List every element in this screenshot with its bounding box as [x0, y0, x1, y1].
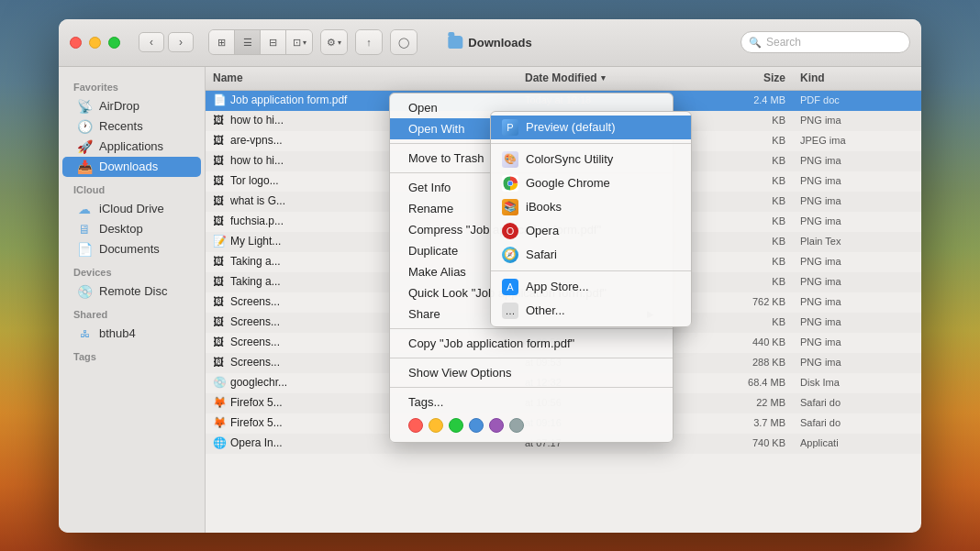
- file-icon: 🖼: [213, 114, 226, 127]
- file-icon: 🖼: [213, 315, 226, 328]
- sidebar-item-recents[interactable]: 🕐 Recents: [62, 116, 201, 137]
- file-list-header: Name Date Modified ▾ Size Kind: [206, 67, 921, 91]
- sidebar-label-airdrop: AirDrop: [99, 99, 139, 113]
- sidebar-item-icloud-drive[interactable]: ☁ iCloud Drive: [62, 199, 201, 219]
- col-header-date[interactable]: Date Modified ▾: [525, 72, 708, 84]
- view-list-button[interactable]: ☰: [235, 30, 261, 54]
- content-area: Favorites 📡 AirDrop 🕐 Recents 🚀 Applicat…: [59, 67, 921, 533]
- safari-app-icon: 🧭: [502, 247, 518, 263]
- submenu-opera[interactable]: O Opera: [491, 219, 691, 243]
- sort-arrow: ▾: [601, 73, 606, 83]
- view-icons-button[interactable]: ⊞: [209, 30, 235, 54]
- cover-flow-icon: ⊡: [293, 37, 301, 49]
- open-with-submenu: P Preview (default) 🎨 ColorSync Utility: [490, 111, 692, 327]
- share-icon: ↑: [366, 37, 372, 48]
- actions-button[interactable]: ⚙ ▾: [321, 30, 347, 54]
- sidebar-item-documents[interactable]: 📄 Documents: [62, 239, 201, 259]
- sidebar-label-bthub4: bthub4: [99, 326, 136, 340]
- col-header-kind[interactable]: Kind: [800, 72, 914, 84]
- ibooks-app-icon: 📚: [502, 199, 518, 215]
- submenu-other[interactable]: … Other...: [491, 299, 691, 323]
- file-icon: 📝: [213, 235, 226, 248]
- documents-icon: 📄: [77, 242, 92, 257]
- tag-button[interactable]: ◯: [391, 30, 417, 54]
- colorsync-app-icon: 🎨: [502, 151, 518, 168]
- file-icon: 🖼: [213, 194, 226, 207]
- file-icon: 🖼: [213, 215, 226, 227]
- submenu-app-store[interactable]: A App Store...: [491, 275, 691, 299]
- close-button[interactable]: [70, 37, 82, 49]
- search-icon: 🔍: [749, 37, 762, 49]
- sidebar-item-downloads[interactable]: 📥 Downloads: [62, 157, 201, 177]
- forward-button[interactable]: ›: [168, 32, 194, 52]
- tag-green[interactable]: [449, 418, 463, 433]
- sidebar-section-shared: Shared: [59, 302, 205, 324]
- maximize-button[interactable]: [108, 37, 120, 49]
- tag-purple[interactable]: [489, 418, 504, 433]
- cm-copy[interactable]: Copy "Job application form.pdf": [390, 333, 673, 354]
- sidebar-section-icloud: iCloud: [59, 177, 205, 199]
- gear-icon: ⚙: [327, 37, 336, 49]
- cm-separator-3: [390, 328, 673, 329]
- tag-icon: ◯: [398, 37, 409, 49]
- window-title: Downloads: [468, 36, 531, 50]
- cm-tags[interactable]: Tags...: [390, 391, 673, 413]
- traffic-lights: [70, 37, 120, 49]
- sidebar-item-airdrop[interactable]: 📡 AirDrop: [62, 96, 201, 116]
- opera-app-icon: O: [502, 223, 518, 239]
- col-header-name[interactable]: Name: [213, 72, 525, 84]
- sidebar-item-desktop[interactable]: 🖥 Desktop: [62, 219, 201, 239]
- sidebar-label-remote-disc: Remote Disc: [99, 284, 167, 298]
- submenu-ibooks[interactable]: 📚 iBooks: [491, 195, 691, 219]
- file-icon: 🖼: [213, 275, 226, 288]
- submenu-colorsync[interactable]: 🎨 ColorSync Utility: [491, 148, 691, 171]
- tag-gray[interactable]: [509, 418, 524, 433]
- file-kind: PDF doc: [800, 94, 914, 105]
- sidebar-item-remote-disc[interactable]: 💿 Remote Disc: [62, 281, 201, 302]
- file-icon: 🖼: [213, 295, 226, 308]
- titlebar: ‹ › ⊞ ☰ ⊟ ⊡ ▾ ⚙ ▾: [59, 19, 921, 67]
- minimize-button[interactable]: [89, 37, 101, 49]
- col-header-size[interactable]: Size: [708, 72, 800, 84]
- tag-red[interactable]: [408, 418, 423, 433]
- sidebar-section-tags: Tags: [59, 344, 205, 366]
- submenu-preview[interactable]: P Preview (default): [491, 116, 691, 139]
- sidebar-section-devices: Devices: [59, 259, 205, 281]
- file-size: 2.4 MB: [708, 94, 800, 105]
- cm-separator-5: [390, 387, 673, 388]
- sidebar-label-recents: Recents: [99, 119, 143, 133]
- file-icon: 💿: [213, 376, 226, 389]
- tag-group: ◯: [390, 29, 418, 55]
- sidebar-label-downloads: Downloads: [99, 160, 158, 173]
- sidebar-item-bthub4[interactable]: 🖧 bthub4: [62, 324, 201, 344]
- nav-controls: ‹ ›: [139, 32, 194, 52]
- submenu-safari[interactable]: 🧭 Safari: [491, 243, 691, 267]
- cm-show-view-options[interactable]: Show View Options: [390, 362, 673, 383]
- applications-icon: 🚀: [77, 139, 92, 154]
- view-columns-button[interactable]: ⊟: [261, 30, 286, 54]
- search-placeholder: Search: [766, 36, 801, 49]
- share-button[interactable]: ↑: [356, 30, 382, 54]
- sidebar-item-applications[interactable]: 🚀 Applications: [62, 137, 201, 157]
- file-icon: 🖼: [213, 154, 226, 167]
- sidebar: Favorites 📡 AirDrop 🕐 Recents 🚀 Applicat…: [59, 67, 206, 533]
- back-button[interactable]: ‹: [139, 32, 164, 52]
- file-list: Name Date Modified ▾ Size Kind 📄 Job app…: [206, 67, 921, 533]
- file-icon: 🖼: [213, 336, 226, 348]
- tag-yellow[interactable]: [429, 418, 443, 433]
- view-mode-group: ⊞ ☰ ⊟ ⊡ ▾: [208, 29, 313, 55]
- downloads-icon: 📥: [77, 160, 92, 174]
- search-box[interactable]: 🔍 Search: [741, 31, 910, 53]
- file-icon: 🦊: [213, 416, 226, 429]
- finder-window: ‹ › ⊞ ☰ ⊟ ⊡ ▾ ⚙ ▾: [59, 19, 921, 533]
- airdrop-icon: 📡: [77, 99, 92, 114]
- file-icon: 🦊: [213, 396, 226, 409]
- sidebar-label-icloud: iCloud Drive: [99, 202, 164, 215]
- sidebar-label-applications: Applications: [99, 139, 163, 153]
- view-cover-button[interactable]: ⊡ ▾: [286, 30, 312, 54]
- dropdown-arrow: ▾: [303, 39, 306, 47]
- submenu-chrome[interactable]: Google Chrome: [491, 171, 691, 195]
- tag-blue[interactable]: [469, 418, 484, 433]
- svg-point-5: [508, 181, 513, 185]
- forward-icon: ›: [179, 36, 183, 49]
